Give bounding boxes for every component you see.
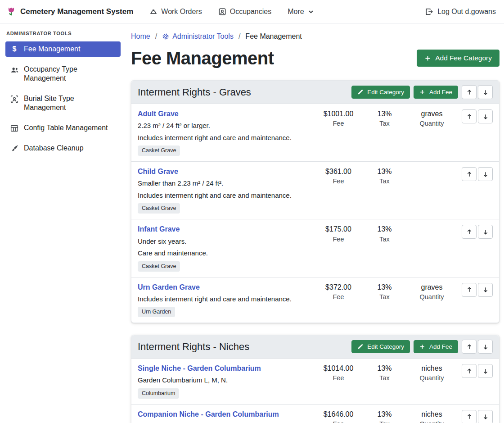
plus-icon bbox=[424, 55, 431, 62]
edit-category-button[interactable]: Edit Category bbox=[351, 86, 410, 99]
fee-name-link[interactable]: Adult Grave bbox=[138, 109, 179, 118]
brand-title: Cemetery Management System bbox=[20, 7, 133, 16]
nav-item-label: Occupancies bbox=[230, 8, 272, 16]
nav-item-label: Work Orders bbox=[161, 8, 202, 16]
brand[interactable]: Cemetery Management System bbox=[6, 7, 133, 17]
arrow-down-icon bbox=[482, 114, 489, 120]
move-fee-down-button[interactable] bbox=[478, 364, 493, 378]
quantity-value: niches bbox=[406, 364, 458, 373]
tax-value: 13% bbox=[363, 364, 406, 373]
nav-item-occupancies[interactable]: Occupancies bbox=[218, 8, 272, 16]
move-fee-down-button[interactable] bbox=[478, 283, 493, 297]
fee-amount-column: $372.00 Fee bbox=[314, 283, 363, 300]
sidebar-item-burial-site-type-management[interactable]: Burial Site Type Management bbox=[5, 91, 121, 115]
arrow-down-icon bbox=[482, 171, 489, 177]
fee-tag-badge: Casket Grave bbox=[138, 261, 180, 272]
quantity-label: Quantity bbox=[406, 120, 458, 127]
logout-button[interactable]: Log Out d.gowans bbox=[425, 8, 496, 16]
add-fee-button[interactable]: Add Fee bbox=[414, 340, 458, 353]
nav-items: Work Orders Occupancies More bbox=[149, 8, 314, 16]
move-category-down-button[interactable] bbox=[478, 340, 493, 354]
quantity-label: Quantity bbox=[406, 374, 458, 382]
tax-label: Tax bbox=[363, 120, 406, 127]
nav-item-more[interactable]: More bbox=[288, 8, 314, 16]
gear-icon bbox=[162, 33, 169, 40]
breadcrumb-current: Fee Management bbox=[245, 32, 302, 41]
move-fee-up-button[interactable] bbox=[462, 364, 477, 378]
arrow-up-icon bbox=[466, 229, 472, 235]
people-icon bbox=[10, 65, 19, 74]
arrow-down-icon bbox=[482, 89, 489, 96]
arrow-down-icon bbox=[482, 414, 489, 420]
add-fee-button[interactable]: Add Fee bbox=[414, 86, 458, 99]
sidebar-item-database-cleanup[interactable]: Database Cleanup bbox=[5, 141, 121, 156]
sidebar-heading: ADMINISTRATOR TOOLS bbox=[0, 28, 126, 41]
fee-label: Fee bbox=[314, 236, 363, 243]
arrow-down-icon bbox=[482, 229, 489, 235]
pencil-icon bbox=[357, 89, 363, 95]
fee-name-link[interactable]: Infant Grave bbox=[138, 225, 180, 233]
logout-label: Log Out d.gowans bbox=[437, 8, 496, 16]
tax-column: 13% Tax bbox=[363, 283, 406, 300]
breadcrumb-admin-tools-link[interactable]: Administrator Tools bbox=[162, 32, 234, 41]
quantity-column: graves Quantity bbox=[406, 283, 458, 300]
app-window: Cemetery Management System Work Orders bbox=[0, 0, 504, 423]
tax-value: 13% bbox=[363, 109, 406, 118]
category-title: Interment Rights - Graves bbox=[138, 86, 348, 98]
fee-name-link[interactable]: Child Grave bbox=[138, 167, 178, 176]
person-bounding-box-icon bbox=[10, 94, 19, 103]
category-header: Interment Rights - Niches Edit Category … bbox=[131, 335, 499, 359]
move-fee-up-button[interactable] bbox=[462, 109, 477, 123]
fee-name-link[interactable]: Single Niche - Garden Columbarium bbox=[138, 364, 261, 373]
move-fee-up-button[interactable] bbox=[462, 283, 477, 297]
page-title: Fee Management bbox=[131, 48, 274, 68]
breadcrumb-separator: / bbox=[238, 32, 240, 41]
fee-description: Includes interment right and care and ma… bbox=[138, 191, 310, 200]
fee-row: Single Niche - Garden Columbarium Garden… bbox=[131, 359, 499, 404]
arrow-up-icon bbox=[466, 344, 472, 350]
tax-column: 13% Tax bbox=[363, 410, 406, 423]
fee-tag-badge: Columbarium bbox=[138, 388, 179, 399]
move-fee-up-button[interactable] bbox=[462, 410, 477, 423]
edit-category-label: Edit Category bbox=[367, 343, 404, 350]
fee-amount-column: $1001.00 Fee bbox=[314, 109, 363, 127]
nav-item-work-orders[interactable]: Work Orders bbox=[149, 8, 202, 16]
fee-name-link[interactable]: Companion Niche - Garden Columbarium bbox=[138, 410, 279, 418]
move-category-up-button[interactable] bbox=[462, 85, 477, 99]
tax-column: 13% Tax bbox=[363, 167, 406, 185]
fee-row: Companion Niche - Garden Columbarium Gar… bbox=[131, 404, 499, 423]
fee-amount: $372.00 bbox=[314, 283, 363, 291]
fee-label: Fee bbox=[314, 374, 363, 382]
sidebar-item-fee-management[interactable]: $ Fee Management bbox=[5, 41, 121, 57]
quantity-value: graves bbox=[406, 283, 458, 291]
edit-category-button[interactable]: Edit Category bbox=[351, 340, 410, 353]
move-fee-up-button[interactable] bbox=[462, 167, 477, 181]
tax-label: Tax bbox=[363, 177, 406, 185]
tax-label: Tax bbox=[363, 236, 406, 243]
add-fee-category-label: Add Fee Category bbox=[435, 54, 492, 62]
fee-amount-column: $1014.00 Fee bbox=[314, 364, 363, 382]
move-fee-down-button[interactable] bbox=[478, 225, 493, 239]
breadcrumb-home-link[interactable]: Home bbox=[131, 32, 150, 41]
move-fee-up-button[interactable] bbox=[462, 225, 477, 239]
tax-label: Tax bbox=[363, 420, 406, 423]
arrow-down-icon bbox=[482, 287, 489, 293]
pencil-icon bbox=[357, 344, 363, 350]
fee-description: Includes interment right and care and ma… bbox=[138, 133, 310, 142]
breadcrumb-home-label: Home bbox=[131, 32, 150, 41]
move-category-up-button[interactable] bbox=[462, 340, 477, 354]
brush-icon bbox=[10, 144, 19, 153]
arrow-up-icon bbox=[466, 171, 472, 177]
move-fee-down-button[interactable] bbox=[478, 167, 493, 181]
edit-category-label: Edit Category bbox=[367, 89, 404, 96]
move-fee-down-button[interactable] bbox=[478, 410, 493, 423]
chevron-down-icon bbox=[308, 9, 314, 15]
add-fee-category-button[interactable]: Add Fee Category bbox=[417, 50, 500, 67]
fee-description: Garden Columbarium L, M, N. bbox=[138, 376, 310, 385]
sidebar-item-config-table-management[interactable]: Config Table Management bbox=[5, 120, 121, 136]
fee-name-link[interactable]: Urn Garden Grave bbox=[138, 283, 200, 291]
move-category-down-button[interactable] bbox=[478, 85, 493, 99]
sidebar-item-occupancy-type-management[interactable]: Occupancy Type Management bbox=[5, 62, 121, 86]
move-fee-down-button[interactable] bbox=[478, 109, 493, 123]
tax-label: Tax bbox=[363, 374, 406, 382]
